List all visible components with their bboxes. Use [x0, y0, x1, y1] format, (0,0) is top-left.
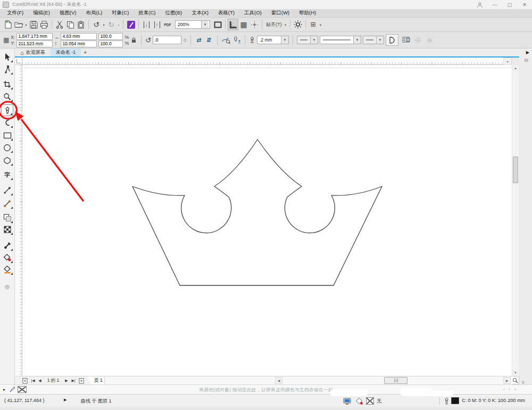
menu-item[interactable]: 工具(O): [239, 10, 267, 17]
rectangle-tool[interactable]: [1, 129, 13, 141]
cut-icon[interactable]: [54, 19, 65, 30]
connector-tool[interactable]: [1, 198, 13, 209]
snap-to-dropdown[interactable]: ▾: [284, 23, 288, 27]
text-wrap-icon[interactable]: [402, 36, 410, 44]
account-icon[interactable]: [472, 1, 487, 9]
next-page-button[interactable]: ▶: [64, 377, 69, 384]
add-tools-button[interactable]: ⊕: [1, 281, 13, 292]
x-position-input[interactable]: [16, 33, 53, 40]
mirror-horizontal-icon[interactable]: ⇄: [195, 37, 203, 44]
last-page-button[interactable]: ▶|: [70, 377, 77, 384]
eyedropper-tool[interactable]: [1, 240, 13, 251]
document-color-settings-icon[interactable]: [343, 398, 351, 405]
menu-item[interactable]: 帮助(H): [294, 10, 321, 17]
quick-pan-zoom-button[interactable]: [511, 376, 519, 384]
text-tool[interactable]: 字: [1, 169, 13, 181]
previous-page-button[interactable]: ◀: [37, 377, 43, 384]
lock-ratio-icon[interactable]: [131, 37, 136, 43]
new-document-button[interactable]: [3, 19, 13, 30]
shape-tool[interactable]: [1, 63, 13, 75]
close-curve-button[interactable]: [386, 34, 398, 46]
menu-item[interactable]: 效果(C): [134, 10, 160, 17]
crop-tool[interactable]: [1, 78, 13, 90]
tab-welcome-screen[interactable]: ⌂ 欢迎屏幕: [15, 48, 51, 56]
rotation-angle-input[interactable]: [153, 36, 181, 44]
menu-item[interactable]: 表格(T): [213, 10, 239, 17]
end-arrowhead-dropdown[interactable]: ▼: [376, 36, 384, 44]
vertical-scroll-thumb[interactable]: [513, 157, 518, 183]
show-guidelines-icon[interactable]: [249, 19, 260, 30]
new-tab-button[interactable]: +: [81, 48, 89, 56]
zoom-tool[interactable]: [1, 91, 13, 102]
menu-item[interactable]: 位图(B): [161, 10, 187, 17]
paste-button[interactable]: [76, 19, 86, 30]
smart-fill-tool[interactable]: [1, 252, 13, 264]
pick-tool[interactable]: [1, 51, 13, 63]
crown-shape[interactable]: [132, 140, 382, 285]
docpal-scroll-right[interactable]: ›: [509, 387, 510, 392]
vertical-scrollbar[interactable]: ▲ ▼: [512, 65, 519, 376]
ruler-origin-corner[interactable]: [15, 58, 22, 65]
publish-pdf-button[interactable]: PDF: [162, 19, 173, 30]
redo-dropdown[interactable]: ▾: [117, 23, 121, 27]
import-button[interactable]: ↓: [141, 19, 152, 30]
snap-to-button[interactable]: 贴齐(T): [264, 19, 284, 30]
status-expand-arrow[interactable]: ▶: [64, 398, 66, 402]
add-page-start-button[interactable]: [21, 377, 29, 384]
start-arrowhead-dropdown[interactable]: ▼: [310, 36, 318, 44]
menu-item[interactable]: 文件(F): [2, 10, 28, 17]
ruler-options-button[interactable]: ▾: [503, 58, 512, 65]
artistic-media-tool[interactable]: [1, 117, 13, 128]
add-remove-nodes-icon[interactable]: [232, 36, 241, 44]
menu-item[interactable]: 布局(L): [81, 10, 107, 17]
line-style-dropdown[interactable]: ▼: [353, 36, 361, 44]
fill-status-icon[interactable]: [355, 397, 363, 405]
show-rulers-icon[interactable]: [228, 19, 238, 30]
zoom-level-input[interactable]: [176, 22, 201, 27]
close-button[interactable]: ×: [517, 1, 532, 9]
save-button[interactable]: [28, 19, 39, 30]
outline-color-swatch[interactable]: [451, 397, 459, 404]
open-dropdown[interactable]: ▾: [24, 23, 28, 27]
add-page-end-button[interactable]: [78, 377, 85, 384]
export-button[interactable]: ↑: [152, 19, 162, 30]
copy-button[interactable]: [65, 19, 76, 30]
ruler-horizontal[interactable]: [22, 58, 512, 65]
rotation-center-icon[interactable]: ○: [183, 37, 187, 43]
palette-flyout-arrow[interactable]: ▶: [526, 50, 529, 55]
search-content-icon[interactable]: [126, 19, 136, 30]
menu-item[interactable]: 文本(X): [187, 10, 213, 17]
scale-x-input[interactable]: [98, 33, 123, 40]
first-page-button[interactable]: |◀: [30, 377, 36, 384]
docpal-expand[interactable]: »: [514, 387, 517, 392]
object-height-input[interactable]: [61, 40, 97, 47]
fullscreen-preview-icon[interactable]: [212, 19, 223, 30]
undo-icon[interactable]: ↺: [91, 19, 102, 30]
minimize-button[interactable]: —: [487, 1, 502, 9]
mirror-vertical-icon[interactable]: ⇵: [205, 37, 213, 44]
application-launcher-dropdown[interactable]: ▾: [319, 23, 323, 27]
scroll-right-button[interactable]: ▶: [503, 377, 511, 384]
maximize-button[interactable]: ▢: [502, 1, 517, 9]
fill-none-swatch[interactable]: [366, 397, 374, 405]
application-launcher-icon[interactable]: ⊞: [308, 19, 319, 30]
ruler-vertical[interactable]: [15, 65, 22, 376]
horizontal-scroll-thumb[interactable]: [384, 377, 408, 384]
undo-dropdown[interactable]: ▾: [102, 23, 106, 27]
drawing-canvas[interactable]: [22, 65, 512, 376]
outline-width-dropdown[interactable]: ▼: [281, 36, 288, 44]
object-width-input[interactable]: [61, 33, 97, 40]
horizontal-scrollbar[interactable]: ◀ ▶: [104, 376, 512, 384]
options-gear-icon[interactable]: [293, 19, 303, 30]
menu-item[interactable]: 窗口(W): [267, 10, 294, 17]
interactive-fill-tool[interactable]: [1, 264, 13, 275]
y-position-input[interactable]: [16, 40, 53, 47]
scroll-down-button[interactable]: ▼: [512, 370, 519, 376]
show-grid-icon[interactable]: ▦: [238, 19, 249, 30]
scroll-left-button[interactable]: ◀: [275, 377, 282, 384]
palette-menu-icon[interactable]: ▤: [524, 58, 528, 62]
scroll-up-button[interactable]: ▲: [512, 65, 519, 71]
menu-item[interactable]: 视图(V): [55, 10, 81, 17]
print-button[interactable]: [39, 19, 49, 30]
menu-item[interactable]: 编辑(E): [28, 10, 55, 17]
